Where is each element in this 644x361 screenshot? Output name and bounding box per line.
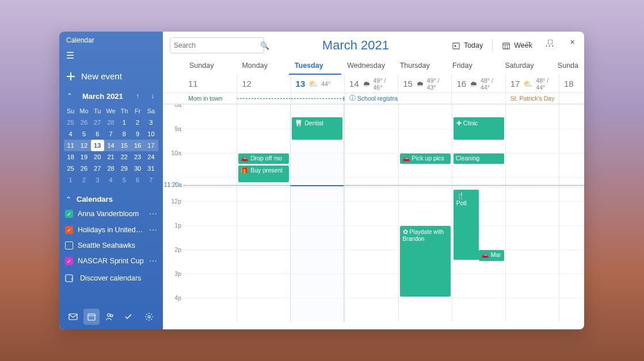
calendar-more-icon[interactable]: ⋯ [149,256,157,266]
prev-month-icon[interactable]: ↑ [132,90,143,102]
mini-cal-day[interactable]: 16 [131,140,144,151]
mini-cal-day[interactable]: 11 [64,140,77,151]
calendar-event[interactable]: Cleaning [454,153,504,164]
mail-icon[interactable] [65,309,81,325]
mini-cal-day[interactable]: 24 [144,151,158,163]
allday-event-mom[interactable]: Mom in town [188,95,223,102]
mini-cal-day[interactable]: 18 [64,151,77,163]
mini-cal-day[interactable]: 1 [117,117,131,128]
calendar-item[interactable]: ✓ Holidays in United States ⋯ [59,222,163,238]
calendar-event[interactable]: 🚗Drop off mo [238,153,289,164]
search-icon[interactable]: 🔍 [260,41,269,50]
mini-cal-day[interactable]: 21 [104,151,117,163]
calendar-more-icon[interactable]: ⋯ [149,209,157,218]
mini-cal-day[interactable]: 17 [144,140,158,151]
calendar-event[interactable]: 🚗Mar [479,250,504,261]
calendars-section-header[interactable]: ⌃ Calendars [59,190,163,206]
date-cell[interactable]: 11 [184,75,237,93]
day-header[interactable]: Wednesday [341,57,394,74]
date-cell[interactable]: 14🌧49° / 46° [344,75,398,93]
calendar-checkbox[interactable]: ✓ [65,257,73,265]
mini-cal-day[interactable]: 1 [64,174,77,186]
search-input[interactable] [174,41,260,49]
mini-cal-day[interactable]: 7 [104,128,117,140]
settings-icon[interactable] [141,309,157,325]
next-month-icon[interactable]: ↓ [147,90,158,102]
mini-cal-day[interactable]: 29 [117,163,131,174]
calendar-event[interactable]: 🍴Potl [454,190,479,260]
grid-column[interactable] [505,105,559,322]
people-icon[interactable] [102,309,118,325]
todo-icon[interactable] [120,309,136,325]
calendar-event[interactable]: 🦷Dentist [292,117,342,140]
search-box[interactable]: 🔍 [170,37,264,53]
mini-cal-day[interactable]: 5 [117,174,131,186]
mini-cal-day[interactable]: 9 [131,128,144,140]
mini-cal-day[interactable]: 30 [131,163,144,174]
mini-cal-day[interactable]: 31 [144,163,158,174]
grid-column[interactable]: ✚ClinicCleaning🍴Potl🚗Mar [452,105,505,322]
day-header[interactable]: Sunda [552,57,584,74]
calendar-icon[interactable] [83,309,100,325]
mini-cal-day[interactable]: 26 [77,163,90,174]
grid-column[interactable]: 🚗Drop off mo🎁Buy present [237,105,290,322]
calendar-item[interactable]: ✓ NASCAR Sprint Cup ⋯ [59,253,163,269]
date-cell[interactable]: 17⛅48° / 44° [505,75,559,93]
grid-column[interactable]: 🦷Dentist [290,105,344,322]
mini-cal-day[interactable]: 28 [104,163,117,174]
maximize-button[interactable]: ☐ [540,34,560,50]
minimize-button[interactable]: ─ [519,34,538,50]
close-button[interactable]: ✕ [562,34,582,50]
day-header[interactable]: Monday [236,57,288,74]
grid-column[interactable] [344,105,398,322]
mini-cal-day[interactable]: 13 [91,140,104,151]
mini-cal-day[interactable]: 22 [117,151,131,163]
date-cell[interactable]: 13⛅44° [291,75,344,93]
calendar-checkbox[interactable]: ✓ [65,210,73,218]
day-header[interactable]: Tuesday [289,57,341,74]
mini-cal-day[interactable]: 5 [77,128,90,140]
calendar-event[interactable]: 🚗Pick up pics [400,153,451,164]
mini-cal-day[interactable]: 25 [64,117,77,128]
mini-cal-day[interactable]: 3 [144,117,158,128]
today-button[interactable]: Today [447,39,487,53]
mini-cal-day[interactable]: 10 [144,128,158,140]
mini-cal-day[interactable]: 19 [77,151,90,163]
calendar-checkbox[interactable]: ✓ [65,226,73,234]
date-cell[interactable]: 12 [237,75,290,93]
day-header[interactable]: Friday [447,57,499,74]
mini-cal-day[interactable]: 27 [91,163,104,174]
mini-cal-day[interactable]: 15 [117,140,131,151]
new-event-button[interactable]: New event [59,67,163,86]
mini-cal-day[interactable]: 6 [91,128,104,140]
mini-cal-day[interactable]: 2 [131,117,144,128]
date-cell[interactable]: 15🌧49° / 43° [398,75,451,93]
calendar-event[interactable]: ✿Playdate with Brandon [400,226,451,297]
grid-column[interactable] [184,105,237,322]
calendar-item[interactable]: Seattle Seahawks [59,238,163,253]
allday-event-patrick[interactable]: St. Patrick's Day [510,95,555,102]
calendar-event[interactable]: 🎁Buy present [238,166,289,182]
mini-cal-day[interactable]: 14 [104,140,117,151]
day-header[interactable]: Thursday [394,57,447,74]
mini-cal-day[interactable]: 20 [91,151,104,163]
grid-column[interactable]: 🚗Pick up pics✿Playdate with Brandon [398,105,452,322]
mini-cal-day[interactable]: 8 [117,128,131,140]
calendar-item[interactable]: ✓ Anna Vanderbloom ⋯ [59,206,163,222]
grid-column[interactable] [559,105,584,322]
day-header[interactable]: Sunday [184,57,236,74]
calendar-more-icon[interactable]: ⋯ [149,225,157,235]
allday-event-school[interactable]: ⓘ School registrati [349,94,398,102]
calendar-event[interactable]: ✚Clinic [454,117,504,140]
day-header[interactable]: Saturday [499,57,551,74]
hamburger-icon[interactable]: ☰ [59,47,163,67]
mini-cal-day[interactable]: 27 [91,117,104,128]
mini-cal-day[interactable]: 7 [144,174,158,186]
mini-cal-day[interactable]: 2 [77,174,90,186]
mini-cal-day[interactable]: 6 [131,174,144,186]
mini-cal-day[interactable]: 12 [77,140,90,151]
mini-cal-day[interactable]: 26 [77,117,90,128]
date-cell[interactable]: 16🌧48° / 44° [451,75,505,93]
mini-cal-day[interactable]: 4 [104,174,117,186]
time-grid[interactable]: 8a9a10a12p1p2p3p4p 🚗Drop off mo🎁Buy pres… [163,105,584,329]
